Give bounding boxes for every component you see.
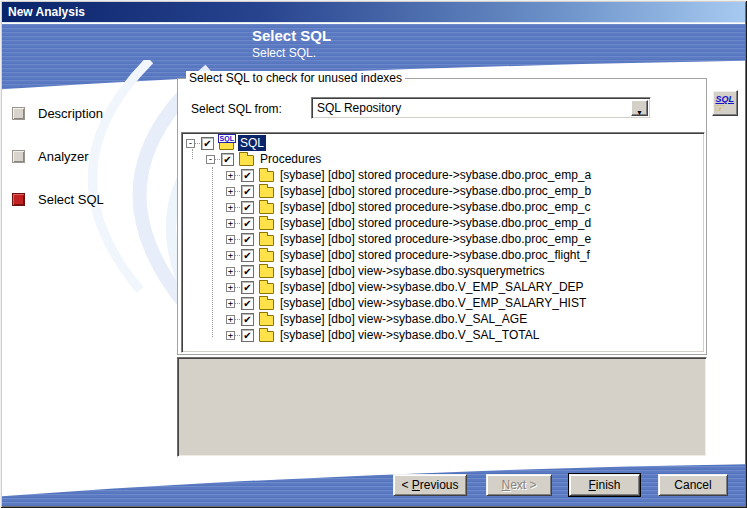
tree-checkbox[interactable]: ✔ <box>241 281 254 294</box>
page-title: Select SQL <box>252 27 331 44</box>
folder-icon <box>259 331 274 342</box>
step-label: Analyzer <box>38 149 89 164</box>
select-sql-from-label: Select SQL from: <box>191 102 282 116</box>
tree-connector <box>235 175 240 176</box>
expand-icon[interactable]: + <box>226 315 235 324</box>
tree-checkbox[interactable]: ✔ <box>221 153 234 166</box>
tree-connector <box>235 271 240 272</box>
sql-folder-icon: SQL <box>219 139 234 150</box>
folder-icon <box>259 203 274 214</box>
folder-icon <box>259 315 274 326</box>
tree-item-label[interactable]: [sybase] [dbo] view->sybase.dbo.V_SAL_AG… <box>278 311 529 327</box>
expand-icon[interactable]: + <box>226 203 235 212</box>
tree-row[interactable]: +✔[sybase] [dbo] view->sybase.dbo.V_EMP_… <box>184 295 702 311</box>
tree-row[interactable]: +✔[sybase] [dbo] stored procedure->sybas… <box>184 231 702 247</box>
finish-button[interactable]: Finish <box>569 474 640 496</box>
sql-tree[interactable]: -✔SQLSQL-✔Procedures+✔[sybase] [dbo] sto… <box>181 132 705 353</box>
sql-preview-button[interactable]: SQL ☞ <box>712 90 738 116</box>
tree-item-label[interactable]: Procedures <box>258 151 323 167</box>
folder-icon <box>259 283 274 294</box>
tree-connector <box>215 159 220 160</box>
tree-item-label[interactable]: [sybase] [dbo] stored procedure->sybase.… <box>278 199 593 215</box>
sql-badge: SQL <box>218 134 236 143</box>
tree-guide-line <box>212 167 213 337</box>
expand-icon[interactable]: + <box>226 219 235 228</box>
title-bar[interactable]: New Analysis <box>2 2 745 23</box>
next-button[interactable]: Next > <box>486 474 552 496</box>
tree-item-label[interactable]: [sybase] [dbo] view->sybase.dbo.V_EMP_SA… <box>278 279 586 295</box>
tree-checkbox[interactable]: ✔ <box>241 185 254 198</box>
tree-row[interactable]: -✔Procedures <box>184 151 702 167</box>
tree-checkbox[interactable]: ✔ <box>241 313 254 326</box>
tree-row[interactable]: +✔[sybase] [dbo] view->sybase.dbo.sysque… <box>184 263 702 279</box>
collapse-icon[interactable]: - <box>206 155 215 164</box>
folder-icon <box>259 251 274 262</box>
step-indicator-icon <box>12 107 25 120</box>
expand-icon[interactable]: + <box>226 235 235 244</box>
chevron-down-icon: ▼ <box>636 109 643 116</box>
sql-source-dropdown[interactable]: SQL Repository ▼ <box>311 97 651 119</box>
tree-row[interactable]: +✔[sybase] [dbo] view->sybase.dbo.V_EMP_… <box>184 279 702 295</box>
tree-item-label[interactable]: [sybase] [dbo] stored procedure->sybase.… <box>278 247 592 263</box>
dropdown-arrow-button[interactable]: ▼ <box>631 100 648 116</box>
folder-icon <box>259 187 274 198</box>
tree-checkbox[interactable]: ✔ <box>201 137 214 150</box>
folder-icon <box>259 267 274 278</box>
step-label: Description <box>38 106 103 121</box>
tree-item-label[interactable]: [sybase] [dbo] view->sybase.dbo.sysquery… <box>278 263 546 279</box>
step-label: Select SQL <box>38 192 104 207</box>
collapse-icon[interactable]: - <box>186 139 195 148</box>
tree-row[interactable]: +✔[sybase] [dbo] stored procedure->sybas… <box>184 167 702 183</box>
tree-row[interactable]: +✔[sybase] [dbo] stored procedure->sybas… <box>184 183 702 199</box>
step-indicator-active-icon <box>12 193 25 206</box>
groupbox-title: Select SQL to check for unused indexes <box>186 71 405 85</box>
expand-icon[interactable]: + <box>226 267 235 276</box>
select-sql-groupbox: Select SQL to check for unused indexes S… <box>177 78 707 355</box>
tree-item-label[interactable]: [sybase] [dbo] stored procedure->sybase.… <box>278 167 593 183</box>
tree-connector <box>235 239 240 240</box>
tree-row[interactable]: -✔SQLSQL <box>184 135 702 151</box>
tree-checkbox[interactable]: ✔ <box>241 201 254 214</box>
tree-item-label[interactable]: [sybase] [dbo] view->sybase.dbo.V_SAL_TO… <box>278 327 541 343</box>
cancel-button[interactable]: Cancel <box>658 474 728 496</box>
expand-icon[interactable]: + <box>226 283 235 292</box>
expand-icon[interactable]: + <box>226 331 235 340</box>
tree-item-label[interactable]: [sybase] [dbo] stored procedure->sybase.… <box>278 231 593 247</box>
sql-source-selected-value: SQL Repository <box>317 101 401 115</box>
tree-connector <box>235 207 240 208</box>
tree-checkbox[interactable]: ✔ <box>241 265 254 278</box>
tree-row[interactable]: +✔[sybase] [dbo] stored procedure->sybas… <box>184 215 702 231</box>
tree-row[interactable]: +✔[sybase] [dbo] view->sybase.dbo.V_SAL_… <box>184 311 702 327</box>
expand-icon[interactable]: + <box>226 251 235 260</box>
tree-item-label[interactable]: [sybase] [dbo] stored procedure->sybase.… <box>278 183 593 199</box>
tree-item-label[interactable]: [sybase] [dbo] stored procedure->sybase.… <box>278 215 593 231</box>
tree-row[interactable]: +✔[sybase] [dbo] view->sybase.dbo.V_SAL_… <box>184 327 702 343</box>
folder-icon <box>259 171 274 182</box>
tree-guide-line <box>192 149 193 159</box>
tree-checkbox[interactable]: ✔ <box>241 297 254 310</box>
tree-row[interactable]: +✔[sybase] [dbo] stored procedure->sybas… <box>184 199 702 215</box>
new-analysis-dialog: New Analysis Select SQL Select SQL. Desc… <box>0 0 747 508</box>
tree-checkbox[interactable]: ✔ <box>241 217 254 230</box>
window-title: New Analysis <box>8 5 85 19</box>
tree-connector <box>235 287 240 288</box>
tree-connector <box>235 223 240 224</box>
expand-icon[interactable]: + <box>226 187 235 196</box>
tree-checkbox[interactable]: ✔ <box>241 329 254 342</box>
previous-button[interactable]: < Previous <box>393 474 467 496</box>
sql-text-preview-panel <box>177 357 707 457</box>
tree-checkbox[interactable]: ✔ <box>241 169 254 182</box>
folder-icon <box>259 299 274 310</box>
tree-connector <box>235 335 240 336</box>
expand-icon[interactable]: + <box>226 299 235 308</box>
expand-icon[interactable]: + <box>226 171 235 180</box>
tree-item-label[interactable]: SQL <box>238 135 266 151</box>
tree-row[interactable]: +✔[sybase] [dbo] stored procedure->sybas… <box>184 247 702 263</box>
tree-checkbox[interactable]: ✔ <box>241 249 254 262</box>
folder-icon <box>259 235 274 246</box>
tree-item-label[interactable]: [sybase] [dbo] view->sybase.dbo.V_EMP_SA… <box>278 295 588 311</box>
tree-checkbox[interactable]: ✔ <box>241 233 254 246</box>
tree-connector <box>235 319 240 320</box>
tree-connector <box>235 255 240 256</box>
folder-icon <box>239 155 254 166</box>
